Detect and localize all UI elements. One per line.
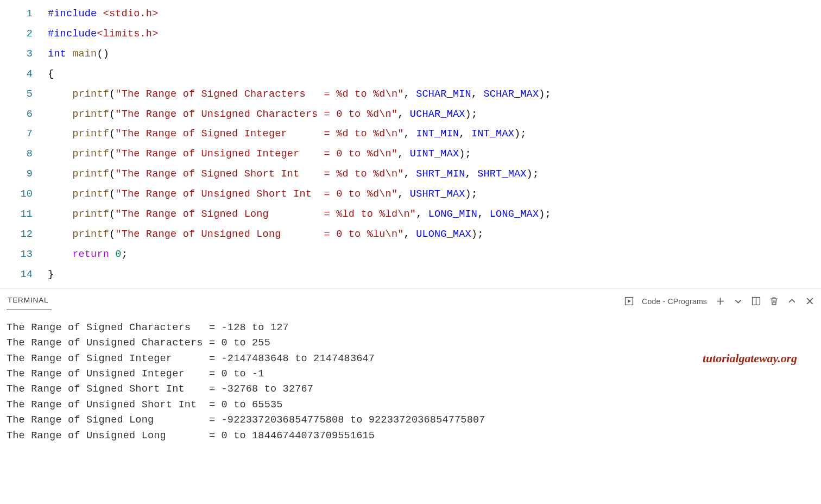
line-number: 3 <box>0 45 48 65</box>
code-line[interactable]: 8 printf("The Range of Unsigned Integer … <box>0 144 821 165</box>
task-label: Code - CPrograms <box>642 297 707 306</box>
close-icon[interactable] <box>805 297 814 306</box>
token-plain: ) <box>527 168 533 180</box>
token-semi: ; <box>533 168 539 180</box>
token-func: printf <box>72 229 109 240</box>
line-number: 1 <box>0 4 48 24</box>
token-plain: ) <box>471 229 477 240</box>
line-number: 14 <box>0 265 48 285</box>
token-string: "The Range of Unsigned Characters = 0 to… <box>115 109 397 120</box>
token-plain: ( <box>109 109 115 120</box>
token-plain: , <box>477 209 490 220</box>
terminal-text: The Range of Signed Characters = -128 to… <box>7 322 485 442</box>
trash-icon[interactable] <box>769 297 779 306</box>
token-string: "The Range of Signed Long = %ld to %ld\n… <box>115 209 416 220</box>
token-plain: , <box>416 209 428 220</box>
token-const: SCHAR_MIN <box>416 89 471 100</box>
code-content: #include <stdio.h> <box>48 4 821 24</box>
code-line[interactable]: 10 printf("The Range of Unsigned Short I… <box>0 185 821 205</box>
token-const: ULONG_MAX <box>416 229 471 240</box>
token-string: "The Range of Unsigned Short Int = 0 to … <box>115 188 397 200</box>
token-plain: ) <box>539 89 545 100</box>
watermark: tutorialgateway.org <box>703 351 797 366</box>
token-const: USHRT_MAX <box>410 188 465 200</box>
token-plain <box>48 128 72 140</box>
token-semi: ; <box>520 128 526 140</box>
line-number: 11 <box>0 205 48 225</box>
token-const: INT_MAX <box>471 128 514 140</box>
token-plain <box>66 48 72 60</box>
bottom-panel: TERMINAL Code - CPrograms <box>0 288 821 444</box>
token-semi: ; <box>122 249 128 260</box>
chevron-up-icon[interactable] <box>787 297 797 306</box>
code-content: printf("The Range of Signed Characters =… <box>48 85 821 105</box>
token-semi: ; <box>471 109 477 120</box>
code-content: printf("The Range of Signed Short Int = … <box>48 165 821 185</box>
token-plain: ( <box>109 128 115 140</box>
token-plain: ( <box>109 168 115 180</box>
token-plain: , <box>465 168 478 180</box>
line-number: 13 <box>0 245 48 265</box>
panel-tabs: TERMINAL <box>7 293 52 310</box>
token-const: SCHAR_MAX <box>483 89 539 100</box>
token-plain: , <box>404 89 416 100</box>
code-line[interactable]: 7 printf("The Range of Signed Integer = … <box>0 124 821 144</box>
token-kw-pp: #include <box>48 8 103 20</box>
token-string: "The Range of Unsigned Integer = 0 to %d… <box>115 148 397 160</box>
token-func: printf <box>72 89 109 100</box>
token-func: printf <box>72 148 109 160</box>
code-line[interactable]: 2#include<limits.h> <box>0 24 821 45</box>
line-number: 2 <box>0 24 48 45</box>
code-content: printf("The Range of Signed Long = %ld t… <box>48 205 821 225</box>
tab-terminal[interactable]: TERMINAL <box>7 293 52 310</box>
code-content: { <box>48 65 821 85</box>
token-plain: , <box>397 148 410 160</box>
code-line[interactable]: 14} <box>0 265 821 285</box>
token-kw-type: int <box>48 48 66 60</box>
token-kw-pp: #include <box>48 28 97 40</box>
code-line[interactable]: 3int main() <box>0 45 821 65</box>
code-line[interactable]: 12 printf("The Range of Unsigned Long = … <box>0 225 821 245</box>
code-editor[interactable]: 1#include <stdio.h>2#include<limits.h>3i… <box>0 0 821 288</box>
token-plain: , <box>397 109 410 120</box>
code-line[interactable]: 11 printf("The Range of Signed Long = %l… <box>0 205 821 225</box>
run-task-icon[interactable] <box>624 297 634 306</box>
code-line[interactable]: 5 printf("The Range of Signed Characters… <box>0 85 821 105</box>
token-string: "The Range of Signed Characters = %d to … <box>115 89 403 100</box>
token-brace: { <box>48 68 54 80</box>
split-terminal-icon[interactable] <box>751 297 761 306</box>
code-content: int main() <box>48 45 821 65</box>
line-number: 12 <box>0 225 48 245</box>
token-plain: , <box>471 89 484 100</box>
new-terminal-icon[interactable] <box>715 297 725 306</box>
line-number: 8 <box>0 144 48 165</box>
panel-actions: Code - CPrograms <box>624 297 814 306</box>
token-plain <box>48 209 72 220</box>
code-line[interactable]: 1#include <stdio.h> <box>0 4 821 24</box>
code-content: } <box>48 265 821 285</box>
token-plain: ) <box>465 109 471 120</box>
code-content: return 0; <box>48 245 821 265</box>
token-plain: ) <box>539 209 545 220</box>
token-string: "The Range of Unsigned Long = 0 to %lu\n… <box>115 229 403 240</box>
token-const: UCHAR_MAX <box>410 109 465 120</box>
line-number: 4 <box>0 65 48 85</box>
token-const: LONG_MAX <box>490 209 539 220</box>
terminal-output[interactable]: The Range of Signed Characters = -128 to… <box>0 311 821 444</box>
code-line[interactable]: 13 return 0; <box>0 245 821 265</box>
token-plain <box>48 229 72 240</box>
token-plain: , <box>404 229 416 240</box>
code-line[interactable]: 9 printf("The Range of Signed Short Int … <box>0 165 821 185</box>
chevron-down-icon[interactable] <box>733 297 743 306</box>
code-line[interactable]: 4{ <box>0 65 821 85</box>
token-const: UINT_MAX <box>410 148 459 160</box>
token-plain: , <box>459 128 471 140</box>
line-number: 10 <box>0 185 48 205</box>
panel-header: TERMINAL Code - CPrograms <box>0 292 821 311</box>
token-semi: ; <box>477 229 483 240</box>
token-const: INT_MIN <box>416 128 459 140</box>
token-brace: } <box>48 269 54 280</box>
line-number: 9 <box>0 165 48 185</box>
code-line[interactable]: 6 printf("The Range of Unsigned Characte… <box>0 105 821 125</box>
token-kw-ctrl: return <box>72 249 109 260</box>
